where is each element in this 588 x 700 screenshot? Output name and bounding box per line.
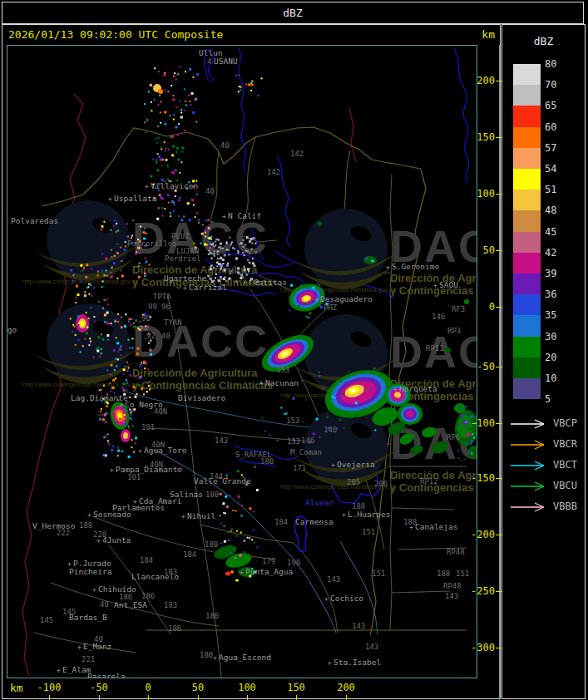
map-place-label: 101 xyxy=(141,423,155,431)
map-place-label: Catitas xyxy=(254,278,287,287)
svg-text:+: + xyxy=(328,659,332,667)
svg-text:+: + xyxy=(213,654,217,662)
legend-scale-label: 36 xyxy=(545,288,556,300)
bottom-axis-tick xyxy=(346,695,347,700)
map-place-label: Valle Grande xyxy=(194,476,251,486)
legend-scale-label: 70 xyxy=(545,79,556,91)
legend-vector-row: VBCR xyxy=(509,438,549,450)
right-axis-tick-label: 50 xyxy=(467,244,495,256)
legend-scale-label: 20 xyxy=(545,352,556,363)
map-place-label: 186 xyxy=(141,592,155,600)
legend-panel: dBZ 807065605754514845423936353020105 VB… xyxy=(502,24,586,699)
map-place-label: 142 xyxy=(290,150,304,158)
map-place-label: Sta.Isabel xyxy=(334,658,381,667)
map-place-label: 205 xyxy=(347,478,360,486)
legend-swatch xyxy=(513,190,541,210)
legend-scale-label: 51 xyxy=(545,184,556,195)
map-place-label: Bardas_B xyxy=(69,613,107,622)
bottom-axis-tick xyxy=(49,695,50,700)
svg-text:http://www.contingencias.mendo: http://www.contingencias.mendoza.gov.ar xyxy=(22,381,137,388)
legend-vector-label: VBCR xyxy=(553,438,577,450)
bottom-axis-tick-label: 150 xyxy=(277,682,315,693)
right-axis-tick-label: 0 xyxy=(467,301,495,313)
map-place-label: 188 xyxy=(437,569,450,578)
map-place-label: 4Junta xyxy=(102,535,131,545)
map-place-label: USANU xyxy=(214,57,238,66)
legend-vector-label: VBBB xyxy=(553,500,577,512)
svg-text:+: + xyxy=(259,380,264,387)
bottom-axis-tick xyxy=(148,695,149,700)
svg-text:+: + xyxy=(324,595,329,603)
vbcu-arrow-icon xyxy=(509,481,549,492)
map-place-label: Agua_Toro xyxy=(144,446,187,455)
svg-text:+: + xyxy=(314,296,319,303)
map-place-label: RP12 xyxy=(420,477,438,486)
legend-scale-label: 5 xyxy=(545,393,551,405)
map-place-label: N Calif xyxy=(228,211,261,220)
radar-map[interactable]: DACCDirección de Agriculturay Contingenc… xyxy=(7,45,477,678)
storm-cell xyxy=(121,429,131,442)
map-place-label: 99 xyxy=(148,303,157,311)
map-place-label: 146 xyxy=(432,313,445,321)
right-axis-tick-label: -50 xyxy=(467,361,495,372)
map-place-label: 221 xyxy=(82,655,95,663)
radar-map-canvas[interactable]: DACCDirección de Agriculturay Contingenc… xyxy=(7,46,477,678)
map-place-label: 183 xyxy=(164,568,177,576)
map-place-label: 206 xyxy=(374,480,388,488)
legend-swatch xyxy=(513,169,541,190)
vbbb-arrow-icon xyxy=(509,501,549,513)
map-place-label: 184 xyxy=(183,550,196,559)
right-axis-unit: km xyxy=(482,28,495,41)
map-place-label: Divisadero xyxy=(178,393,225,402)
legend-scale-label: 30 xyxy=(545,331,556,343)
map-place-label: 96 xyxy=(161,303,170,311)
map-place-label: 143 xyxy=(445,592,458,600)
svg-text:+: + xyxy=(342,511,346,519)
legend-scale-label: 80 xyxy=(545,58,556,70)
legend-vector-label: VBCU xyxy=(553,480,577,491)
right-axis-tick xyxy=(496,591,502,592)
right-axis-tick xyxy=(496,194,502,195)
map-place-label: 171 xyxy=(293,464,306,472)
map-place-label: S.Geronimo xyxy=(392,262,439,271)
bottom-axis-tick-label: -100 xyxy=(30,682,68,693)
legend-swatch xyxy=(513,315,541,336)
right-axis-tick xyxy=(496,648,502,648)
svg-text:+: + xyxy=(222,213,226,220)
right-axis-tick-label: 100 xyxy=(467,188,495,200)
svg-text:http://www.contingencias.mendo: http://www.contingencias.mendoza.gov.ar xyxy=(22,278,137,285)
right-axis-tick xyxy=(496,137,502,138)
legend-swatch xyxy=(513,148,541,169)
map-place-label: 186 xyxy=(168,624,181,633)
map-place-label: RP48 xyxy=(443,582,462,590)
map-place-label: Horqueta xyxy=(399,384,437,393)
legend-vector-label: VBCP xyxy=(553,417,577,429)
legend-title: dBZ xyxy=(502,35,585,47)
map-place-label: Alvear xyxy=(305,498,334,507)
map-place-label: Sosneado xyxy=(93,510,131,519)
right-axis-tick-label: -250 xyxy=(467,585,495,597)
legend-scale-label: 48 xyxy=(545,205,556,216)
map-place-label: Perdriel xyxy=(165,254,200,263)
map-place-label: Punta_Agua xyxy=(245,567,293,576)
svg-text:+: + xyxy=(409,524,413,531)
legend-scale-label: 60 xyxy=(545,121,556,133)
map-place-label: Nihuil xyxy=(187,511,215,520)
vbcr-arrow-icon xyxy=(509,439,549,451)
map-place-label: Villavicen xyxy=(151,181,198,190)
right-axis-tick-label: 150 xyxy=(467,131,495,143)
map-place-label: RP3 xyxy=(447,327,461,335)
legend-swatch xyxy=(513,357,541,378)
map-place-label: 40 xyxy=(205,187,215,195)
map-place-label: TPTA xyxy=(153,293,171,301)
map-place-label: 180 xyxy=(205,490,219,499)
legend-vector-row: VBCT xyxy=(509,459,549,471)
vbct-arrow-icon xyxy=(509,460,549,471)
map-place-label: RP6 xyxy=(447,433,460,441)
main-panel: 2026/01/13 09:02:00 UTC Composite km DAC… xyxy=(2,24,501,699)
map-place-label: M_Coman xyxy=(290,448,322,456)
map-place-label: 40 xyxy=(100,600,109,609)
page-title: dBZ xyxy=(283,7,302,19)
map-place-label: Ugarteche xyxy=(164,274,207,283)
map-place-label: 222 xyxy=(57,529,70,537)
